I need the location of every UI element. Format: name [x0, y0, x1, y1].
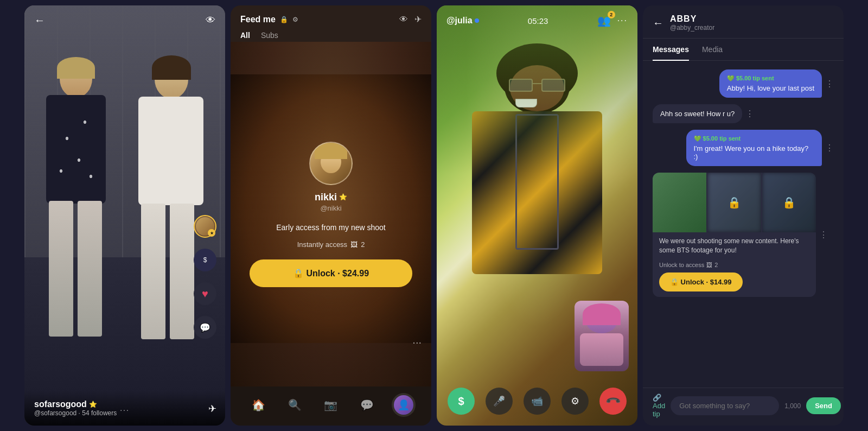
- send-icon[interactable]: ✈: [208, 403, 216, 414]
- mute-button[interactable]: 🎤: [486, 388, 513, 415]
- message-input[interactable]: [671, 396, 779, 415]
- tab-media[interactable]: Media: [702, 39, 723, 60]
- screen-social-feed: ← 👁 ★ $ ♥ 💬 s: [24, 5, 225, 426]
- content-description: Early access from my new shoot: [276, 223, 386, 232]
- msg-options-icon[interactable]: ⋮: [825, 143, 834, 153]
- messages-list: ⋮ 💚 $5.00 tip sent Abby! Hi, love your l…: [643, 61, 844, 388]
- add-tip-button[interactable]: 🔗 Add tip: [653, 394, 665, 418]
- tab-messages[interactable]: Messages: [653, 39, 689, 60]
- nav-search[interactable]: 🔍: [283, 393, 307, 417]
- feed-title: Feed me: [240, 15, 276, 24]
- nav-profile[interactable]: 👤: [392, 393, 416, 417]
- lock-icon: 🔒: [280, 16, 288, 23]
- creator-handle: @nikki: [320, 204, 341, 212]
- add-person-button[interactable]: 👥 2: [597, 14, 611, 27]
- more-options-icon[interactable]: ···: [412, 336, 422, 348]
- contact-handle: @abby_creator: [670, 24, 834, 31]
- end-call-button[interactable]: 📞: [599, 388, 627, 415]
- heart-action[interactable]: ♥: [194, 282, 216, 305]
- screen-messages: ← ABBY @abby_creator Messages Media ⋮ 💚 …: [643, 5, 844, 426]
- nav-home[interactable]: 🏠: [246, 393, 270, 417]
- settings-button[interactable]: ⚙: [561, 388, 589, 415]
- lock-icon: 🔒: [782, 196, 796, 209]
- self-view-video: [575, 301, 629, 371]
- received-message-1: Ahh so sweet! How r u?: [653, 104, 742, 123]
- creator-name: nikki ⭐: [315, 192, 347, 203]
- contact-name: ABBY: [670, 14, 834, 24]
- send-icon[interactable]: ✈: [414, 14, 422, 24]
- caller-name: @julia: [446, 16, 479, 26]
- dollar-action[interactable]: $: [194, 249, 216, 271]
- message-input-area: 🔗 Add tip 1,000 Send: [643, 388, 844, 426]
- dollar-button[interactable]: $: [448, 388, 475, 415]
- unlock-small-button[interactable]: 🔒 Unlock · $14.99: [659, 272, 743, 291]
- msg-options-icon[interactable]: ⋮: [745, 109, 754, 119]
- media-caption: We were out shooting some new content. H…: [653, 232, 816, 259]
- sent-message-1: 💚 $5.00 tip sent Abby! Hi, love your las…: [719, 69, 822, 98]
- creator-avatar: [309, 142, 353, 185]
- tab-all[interactable]: All: [240, 31, 250, 40]
- chat-action[interactable]: 💬: [194, 316, 216, 339]
- more-options-icon[interactable]: ···: [120, 405, 130, 414]
- unlock-to-access-label: Unlock to access 🖼 2: [653, 259, 816, 268]
- profile-action[interactable]: ★: [194, 215, 216, 238]
- token-count: 1,000: [784, 402, 801, 410]
- msg-options-icon[interactable]: ⋮: [819, 230, 828, 240]
- lock-icon: 🔒: [727, 196, 741, 209]
- screen-locked-feed: Feed me 🔒 ⚙ 👁 ✈ All Subs: [231, 5, 431, 426]
- sent-message-2: 💚 $5.00 tip sent I'm great! Were you on …: [686, 130, 822, 166]
- more-options-icon[interactable]: ···: [617, 16, 628, 26]
- eye-icon[interactable]: 👁: [399, 15, 408, 24]
- back-button[interactable]: ←: [653, 17, 663, 29]
- screen-video-call: @julia 05:23 👥 2 ···: [437, 5, 637, 426]
- media-message: 🔒 🔒 We were out shooting some new conten…: [653, 173, 816, 297]
- access-label: Instantly access 🖼 2: [297, 240, 365, 249]
- nav-camera[interactable]: 📷: [319, 393, 343, 417]
- back-button[interactable]: ←: [34, 14, 45, 27]
- call-timer: 05:23: [528, 16, 548, 26]
- camera-button[interactable]: 📹: [524, 388, 551, 415]
- tab-subs[interactable]: Subs: [261, 31, 278, 40]
- eye-icon[interactable]: 👁: [206, 15, 215, 26]
- send-button[interactable]: Send: [806, 397, 841, 414]
- nav-chat[interactable]: 💬: [355, 393, 379, 417]
- unlock-button[interactable]: 🔒 Unlock · $24.99: [250, 259, 412, 287]
- lock-icon2: ⚙: [292, 16, 298, 23]
- msg-options-icon[interactable]: ⋮: [825, 79, 834, 89]
